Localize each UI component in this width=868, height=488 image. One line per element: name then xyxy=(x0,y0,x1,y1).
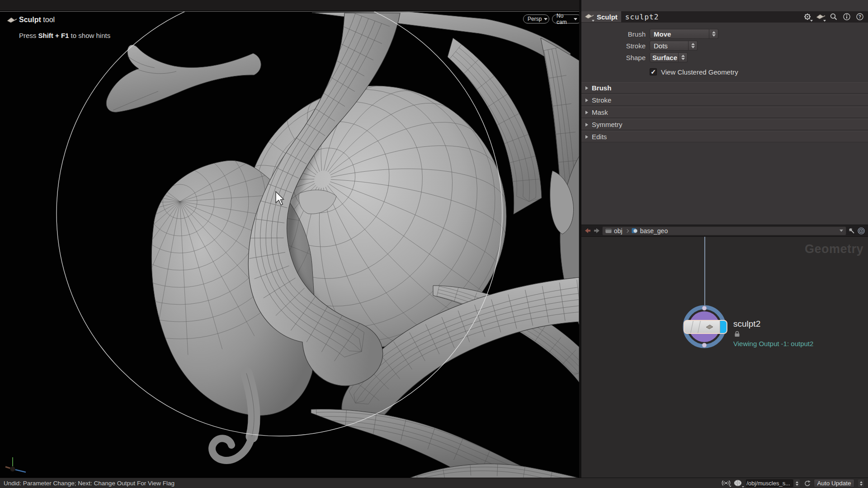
chevron-down-icon xyxy=(823,20,826,22)
param-label: Brush xyxy=(581,30,646,38)
node-label[interactable]: sculpt2 xyxy=(733,319,760,329)
svg-text:?: ? xyxy=(859,14,861,19)
hint-pre: Press xyxy=(19,32,38,39)
lock-icon xyxy=(734,331,740,337)
sculpt-tool-icon xyxy=(6,16,17,24)
search-icon[interactable] xyxy=(829,12,839,22)
info-icon[interactable] xyxy=(842,12,852,22)
cam-label: No cam xyxy=(557,13,571,25)
view-clustered-geometry-checkbox[interactable]: ✓ xyxy=(650,68,657,75)
tool-name-rest: tool xyxy=(41,16,55,23)
path-field-spinner[interactable] xyxy=(794,479,800,487)
update-mode-dropdown[interactable]: Auto Update xyxy=(814,479,854,488)
param-row-clustered: ✓ View Clustered Geometry xyxy=(650,67,738,77)
network-type-watermark: Geometry xyxy=(805,242,863,256)
section-stroke[interactable]: Stroke xyxy=(581,94,868,106)
checkbox-label: View Clustered Geometry xyxy=(661,68,738,76)
network-editor[interactable]: obj base_geo Geometry xyxy=(581,225,868,478)
section-brush[interactable]: Brush xyxy=(581,82,868,94)
arrow-up-icon xyxy=(681,55,685,57)
section-label: Stroke xyxy=(592,96,611,104)
pin-icon[interactable] xyxy=(848,227,855,235)
node-display-flag[interactable] xyxy=(720,321,726,333)
tool-name-bold: Sculpt xyxy=(19,16,41,23)
arrow-down-icon xyxy=(712,34,716,37)
bottom-straps xyxy=(311,403,579,478)
arrow-down-icon xyxy=(796,484,798,486)
persp-label: Persp xyxy=(528,16,542,22)
axis-gizmo xyxy=(5,457,26,472)
viewport-3d[interactable]: Sculpt tool Press Shift + F1 to show hin… xyxy=(0,11,579,478)
update-mode-spinner[interactable] xyxy=(858,479,864,487)
node-name-field[interactable]: sculpt2 xyxy=(621,11,799,22)
brush-dropdown[interactable]: Move xyxy=(650,29,709,39)
signal-icon[interactable] xyxy=(722,480,731,487)
arrow-up-icon xyxy=(796,481,798,483)
arrow-up-icon xyxy=(712,31,716,33)
status-bar: Undid: Parameter Change; Next: Change Ou… xyxy=(0,478,868,488)
shape-dropdown[interactable]: Surface xyxy=(650,52,679,62)
brush-tool-icon[interactable] xyxy=(816,12,826,22)
viewport-hint-text: Press Shift + F1 to show hints xyxy=(19,32,110,39)
viewport-tool-title: Sculpt tool xyxy=(19,16,55,24)
chevron-down-icon xyxy=(544,18,547,20)
right-panel: Sculpt sculpt2 ? xyxy=(581,0,868,478)
triangle-right-icon xyxy=(585,135,588,139)
section-mask[interactable]: Mask xyxy=(581,107,868,118)
houdini-window: Sculpt tool Press Shift + F1 to show hin… xyxy=(0,0,868,488)
tab-label: Sculpt xyxy=(597,13,618,21)
param-row-shape: Shape Surface xyxy=(581,52,688,62)
perspective-view-button[interactable]: Persp xyxy=(523,14,549,23)
triangle-right-icon xyxy=(585,111,588,114)
hint-keys: Shift + F1 xyxy=(38,32,69,39)
section-symmetry[interactable]: Symmetry xyxy=(581,119,868,130)
sculpt-node-icon xyxy=(584,12,594,22)
node-viewing-status[interactable]: Viewing Output -1: output2 xyxy=(733,340,813,347)
stroke-dropdown-spinner[interactable] xyxy=(689,41,698,51)
param-label: Shape xyxy=(581,54,646,61)
chevron-down-icon[interactable] xyxy=(840,230,843,232)
help-icon[interactable]: ? xyxy=(855,12,865,22)
back-arrow-icon[interactable] xyxy=(584,228,591,234)
param-row-brush: Brush Move xyxy=(581,29,718,39)
node-icon-segment xyxy=(699,321,720,333)
section-edits[interactable]: Edits xyxy=(581,131,868,142)
twisted-band xyxy=(106,45,261,112)
tab-sculpt[interactable]: Sculpt xyxy=(581,11,621,22)
network-path-widget[interactable]: obj base_geo xyxy=(602,226,846,235)
refresh-icon[interactable] xyxy=(803,480,811,487)
shape-dropdown-spinner[interactable] xyxy=(679,52,688,62)
arrow-down-icon xyxy=(860,484,863,486)
stroke-value: Dots xyxy=(654,42,668,50)
chevron-right-icon xyxy=(625,229,628,232)
brush-value: Move xyxy=(654,30,671,38)
viewport-3d-scene[interactable] xyxy=(0,12,579,478)
arrow-up-icon xyxy=(860,481,863,483)
gear-icon[interactable] xyxy=(802,12,812,22)
parameter-body: Brush Move Stroke Dots Shape Surface ✓ V… xyxy=(581,23,868,224)
geometry-node-icon xyxy=(632,228,638,234)
forward-arrow-icon[interactable] xyxy=(593,228,600,234)
chevron-down-icon xyxy=(810,20,813,22)
node-path-field[interactable]: /obj/muscles_s... xyxy=(746,479,793,487)
stroke-dropdown[interactable]: Dots xyxy=(650,41,689,51)
obj-level-icon xyxy=(605,228,612,234)
header-icons: ? xyxy=(799,11,868,22)
breadcrumb-base-geo[interactable]: base_geo xyxy=(640,227,668,235)
section-label: Edits xyxy=(592,133,607,141)
arrow-up-icon xyxy=(691,43,695,45)
arrow-down-icon xyxy=(681,58,685,60)
brain-icon[interactable] xyxy=(733,479,744,488)
target-crosshair-icon[interactable] xyxy=(857,227,865,235)
node-wire xyxy=(704,237,705,305)
camera-selector-button[interactable]: No cam xyxy=(552,14,579,23)
node-sculpt2[interactable] xyxy=(684,320,727,334)
hint-post: to show hints xyxy=(69,32,110,39)
param-label: Stroke xyxy=(581,42,646,50)
chevron-down-icon xyxy=(574,18,577,20)
shape-value: Surface xyxy=(652,54,677,61)
breadcrumb-obj[interactable]: obj xyxy=(614,227,623,235)
section-label: Symmetry xyxy=(592,121,623,128)
brush-dropdown-spinner[interactable] xyxy=(709,29,718,39)
arrow-down-icon xyxy=(691,46,695,48)
